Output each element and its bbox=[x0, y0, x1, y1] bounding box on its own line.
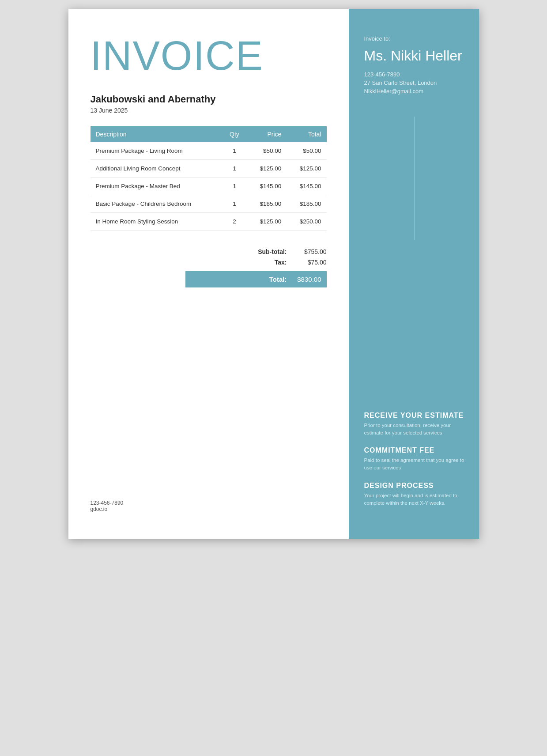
row-total: $250.00 bbox=[287, 213, 326, 231]
client-name: Ms. Nikki Heller bbox=[364, 47, 466, 64]
col-header-description: Description bbox=[91, 126, 222, 142]
subtotal-row: Sub-total: $755.00 bbox=[185, 248, 327, 255]
invoice-page: INVOICE Jakubowski and Abernathy 13 June… bbox=[68, 9, 479, 539]
row-description: Premium Package - Master Bed bbox=[91, 178, 222, 195]
table-row: Basic Package - Childrens Bedroom 1 $185… bbox=[91, 195, 327, 213]
table-row: Premium Package - Living Room 1 $50.00 $… bbox=[91, 142, 327, 160]
process-item: COMMITMENT FEE Paid to seal the agreemen… bbox=[364, 446, 466, 472]
client-phone: 123-456-7890 bbox=[364, 71, 466, 78]
tax-row: Tax: $75.00 bbox=[185, 259, 327, 266]
row-price: $145.00 bbox=[247, 178, 287, 195]
invoice-title: INVOICE bbox=[91, 35, 327, 76]
row-description: Additional Living Room Concept bbox=[91, 160, 222, 178]
row-price: $185.00 bbox=[247, 195, 287, 213]
row-price: $50.00 bbox=[247, 142, 287, 160]
row-total: $145.00 bbox=[287, 178, 326, 195]
table-row: In Home Room Styling Session 2 $125.00 $… bbox=[91, 213, 327, 231]
total-value: $830.00 bbox=[291, 276, 327, 283]
process-title: RECEIVE YOUR ESTIMATE bbox=[364, 412, 466, 420]
footer-left: 123-456-7890 gdoc.io bbox=[91, 482, 327, 512]
table-row: Additional Living Room Concept 1 $125.00… bbox=[91, 160, 327, 178]
table-row: Premium Package - Master Bed 1 $145.00 $… bbox=[91, 178, 327, 195]
invoice-to-label: Invoice to: bbox=[364, 35, 466, 42]
row-price: $125.00 bbox=[247, 213, 287, 231]
left-panel: INVOICE Jakubowski and Abernathy 13 June… bbox=[68, 9, 349, 539]
process-item: RECEIVE YOUR ESTIMATE Prior to your cons… bbox=[364, 412, 466, 437]
subtotal-value: $755.00 bbox=[291, 248, 327, 255]
summary-section: Sub-total: $755.00 Tax: $75.00 Total: $8… bbox=[91, 248, 327, 287]
company-name: Jakubowski and Abernathy bbox=[91, 94, 327, 105]
row-qty: 1 bbox=[222, 178, 247, 195]
row-qty: 1 bbox=[222, 142, 247, 160]
total-row: Total: $830.00 bbox=[185, 271, 327, 287]
process-item: DESIGN PROCESS Your project will begin a… bbox=[364, 482, 466, 507]
row-qty: 1 bbox=[222, 195, 247, 213]
process-description: Paid to seal the agreement that you agre… bbox=[364, 457, 466, 472]
process-description: Your project will begin and is estimated… bbox=[364, 492, 466, 507]
total-label: Total: bbox=[230, 276, 287, 283]
row-description: Basic Package - Childrens Bedroom bbox=[91, 195, 222, 213]
subtotal-label: Sub-total: bbox=[230, 248, 287, 255]
process-title: DESIGN PROCESS bbox=[364, 482, 466, 490]
row-total: $125.00 bbox=[287, 160, 326, 178]
col-header-price: Price bbox=[247, 126, 287, 142]
tax-label: Tax: bbox=[230, 259, 287, 266]
footer-phone: 123-456-7890 bbox=[91, 500, 327, 506]
row-total: $50.00 bbox=[287, 142, 326, 160]
client-email: NikkiHeller@gmail.com bbox=[364, 88, 466, 94]
row-price: $125.00 bbox=[247, 160, 287, 178]
col-header-total: Total bbox=[287, 126, 326, 142]
row-qty: 2 bbox=[222, 213, 247, 231]
row-description: Premium Package - Living Room bbox=[91, 142, 222, 160]
row-qty: 1 bbox=[222, 160, 247, 178]
col-header-qty: Qty bbox=[222, 126, 247, 142]
invoice-date: 13 June 2025 bbox=[91, 107, 327, 114]
row-description: In Home Room Styling Session bbox=[91, 213, 222, 231]
process-title: COMMITMENT FEE bbox=[364, 446, 466, 454]
invoice-table: Description Qty Price Total Premium Pack… bbox=[91, 126, 327, 231]
process-section: RECEIVE YOUR ESTIMATE Prior to your cons… bbox=[364, 412, 466, 517]
right-panel: Invoice to: Ms. Nikki Heller 123-456-789… bbox=[349, 9, 479, 539]
row-total: $185.00 bbox=[287, 195, 326, 213]
divider-line bbox=[415, 117, 415, 240]
process-description: Prior to your consultation, receive your… bbox=[364, 422, 466, 437]
footer-website: gdoc.io bbox=[91, 506, 327, 512]
tax-value: $75.00 bbox=[291, 259, 327, 266]
client-address: 27 San Carlo Street, London bbox=[364, 79, 466, 86]
